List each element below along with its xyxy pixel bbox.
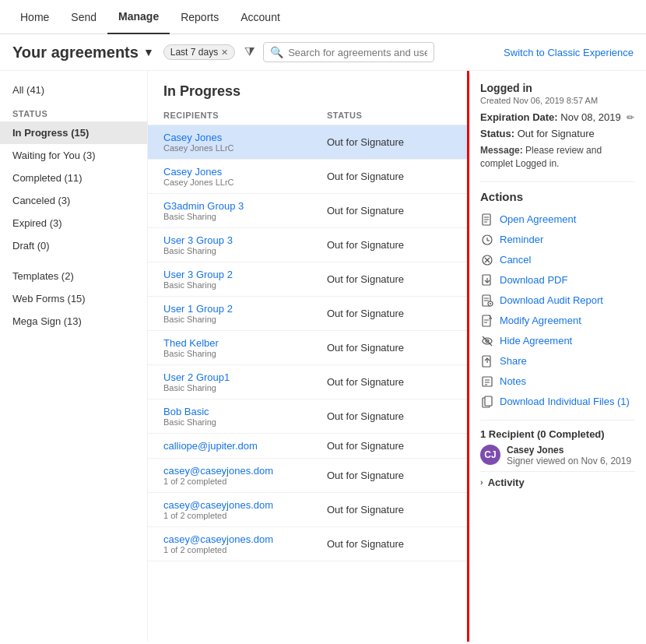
filter-icon[interactable]: ⧩	[241, 44, 257, 60]
nav-manage[interactable]: Manage	[107, 0, 170, 34]
sidebar-item-in-progress[interactable]: In Progress (15)	[0, 121, 147, 144]
status-text: Out for Signature	[327, 410, 451, 422]
action-label: Open Agreement	[500, 213, 576, 225]
recipient-info: User 3 Group 2 Basic Sharing	[163, 269, 327, 290]
activity-row[interactable]: › Activity	[480, 471, 635, 493]
download-pdf-icon	[480, 273, 494, 287]
nav-reports[interactable]: Reports	[170, 0, 230, 34]
nav-account[interactable]: Account	[230, 0, 291, 34]
sidebar-item-canceled[interactable]: Canceled (3)	[0, 189, 147, 212]
clock-icon	[480, 233, 494, 247]
action-clock-icon[interactable]: Reminder	[480, 230, 635, 250]
action-document-icon[interactable]: Open Agreement	[480, 209, 635, 230]
recipient-info: Thed Kelber Basic Sharing	[163, 337, 327, 358]
status-text: Out for Signature	[327, 273, 451, 285]
document-icon	[480, 213, 494, 227]
switch-classic-link[interactable]: Switch to Classic Experience	[504, 47, 634, 58]
panel-status-label: Status:	[480, 128, 514, 139]
col-status-header: STATUS	[327, 111, 451, 120]
edit-expiration-icon[interactable]: ✏	[627, 112, 634, 123]
sidebar-item-all[interactable]: All (41)	[0, 79, 147, 101]
nav-home[interactable]: Home	[9, 0, 60, 34]
recipient-name: Thed Kelber	[163, 337, 327, 349]
search-input[interactable]	[288, 47, 427, 58]
action-modify-icon[interactable]: Modify Agreement	[480, 311, 635, 331]
list-section-title: In Progress	[148, 71, 467, 106]
table-row[interactable]: Bob Basic Basic Sharing Out for Signatur…	[148, 399, 467, 434]
table-row[interactable]: User 2 Group1 Basic Sharing Out for Sign…	[148, 365, 467, 399]
search-box[interactable]: 🔍	[263, 42, 434, 62]
table-row[interactable]: Casey Jones Casey Jones LLrC Out for Sig…	[148, 160, 467, 194]
recipient-sub: Basic Sharing	[163, 383, 327, 392]
recipient-info: casey@caseyjones.dom 1 of 2 completed	[163, 465, 327, 486]
files-icon	[480, 395, 494, 409]
hide-icon	[480, 334, 494, 348]
action-label: Notes	[500, 375, 526, 387]
recipient-count: 1 Recipient (0 Completed)	[480, 428, 635, 440]
recipient-sub: 1 of 2 completed	[163, 477, 327, 486]
table-row[interactable]: Thed Kelber Basic Sharing Out for Signat…	[148, 331, 467, 365]
table-row[interactable]: casey@caseyjones.dom 1 of 2 completed Ou…	[148, 527, 467, 561]
panel-message-field: Message: Please review and complet Logge…	[480, 144, 635, 171]
sidebar-item-web-forms[interactable]: Web Forms (15)	[0, 287, 147, 310]
panel-expiration-label: Expiration Date:	[480, 111, 558, 123]
sidebar-item-completed[interactable]: Completed (11)	[0, 167, 147, 189]
recipient-card-name: Casey Jones	[507, 445, 631, 456]
modify-icon	[480, 314, 494, 328]
action-files-icon[interactable]: Download Individual Files (1)	[480, 392, 635, 412]
recipient-name: casey@caseyjones.dom	[163, 465, 327, 477]
action-label: Download Audit Report	[500, 294, 603, 306]
recipient-info: Casey Jones Casey Jones LLrC	[163, 132, 327, 153]
status-text: Out for Signature	[327, 342, 451, 354]
remove-filter-icon[interactable]: ✕	[221, 48, 228, 58]
activity-label: Activity	[488, 477, 525, 488]
action-cancel-icon[interactable]: Cancel	[480, 250, 635, 270]
action-notes-icon[interactable]: Notes	[480, 371, 635, 392]
action-audit-icon[interactable]: Download Audit Report	[480, 290, 635, 311]
sidebar-item-mega-sign[interactable]: Mega Sign (13)	[0, 310, 147, 333]
panel-logged-in-title: Logged in	[480, 82, 635, 94]
status-text: Out for Signature	[327, 440, 451, 452]
action-share-icon[interactable]: Share	[480, 351, 635, 371]
sidebar-item-waiting[interactable]: Waiting for You (3)	[0, 144, 147, 167]
sidebar: All (41) STATUS In Progress (15) Waiting…	[0, 71, 148, 642]
top-navigation: Home Send Manage Reports Account	[0, 0, 646, 34]
action-label: Share	[500, 355, 527, 367]
sidebar-item-expired[interactable]: Expired (3)	[0, 212, 147, 234]
sidebar-item-templates[interactable]: Templates (2)	[0, 265, 147, 287]
table-row[interactable]: calliope@jupiter.dom Out for Signature	[148, 434, 467, 459]
table-row[interactable]: casey@caseyjones.dom 1 of 2 completed Ou…	[148, 459, 467, 493]
status-text: Out for Signature	[327, 470, 451, 481]
recipient-name: Bob Basic	[163, 406, 327, 417]
table-row[interactable]: Casey Jones Casey Jones LLrC Out for Sig…	[148, 125, 467, 160]
status-text: Out for Signature	[327, 538, 451, 550]
tag-label: Last 7 days	[170, 47, 218, 58]
action-download-pdf-icon[interactable]: Download PDF	[480, 270, 635, 290]
recipient-sub: 1 of 2 completed	[163, 511, 327, 520]
share-icon	[480, 354, 494, 368]
table-row[interactable]: User 3 Group 3 Basic Sharing Out for Sig…	[148, 228, 467, 262]
recipient-name: User 3 Group 3	[163, 234, 327, 246]
search-icon: 🔍	[270, 46, 283, 58]
recipient-sub: Casey Jones LLrC	[163, 178, 327, 187]
your-agreements-dropdown[interactable]: Your agreements ▼	[12, 44, 154, 62]
filter-bar: Last 7 days ✕ ⧩ 🔍	[163, 42, 434, 62]
table-row[interactable]: casey@caseyjones.dom 1 of 2 completed Ou…	[148, 493, 467, 527]
recipient-name: Casey Jones	[163, 132, 327, 143]
recipient-sub: Basic Sharing	[163, 315, 327, 324]
recipient-info: Casey Jones Casey Jones LLrC	[163, 166, 327, 187]
table-header: RECIPIENTS STATUS	[148, 106, 467, 125]
sidebar-item-draft[interactable]: Draft (0)	[0, 234, 147, 257]
table-row[interactable]: User 1 Group 2 Basic Sharing Out for Sig…	[148, 297, 467, 331]
nav-send[interactable]: Send	[60, 0, 107, 34]
recipient-sub: Basic Sharing	[163, 417, 327, 427]
date-filter-tag[interactable]: Last 7 days ✕	[163, 44, 235, 60]
table-row[interactable]: G3admin Group 3 Basic Sharing Out for Si…	[148, 194, 467, 228]
panel-divider-1	[480, 181, 635, 182]
status-text: Out for Signature	[327, 205, 451, 216]
table-row[interactable]: User 3 Group 2 Basic Sharing Out for Sig…	[148, 262, 467, 297]
recipient-info: Bob Basic Basic Sharing	[163, 406, 327, 427]
action-label: Reminder	[500, 234, 543, 245]
status-text: Out for Signature	[327, 504, 451, 516]
action-hide-icon[interactable]: Hide Agreement	[480, 331, 635, 351]
